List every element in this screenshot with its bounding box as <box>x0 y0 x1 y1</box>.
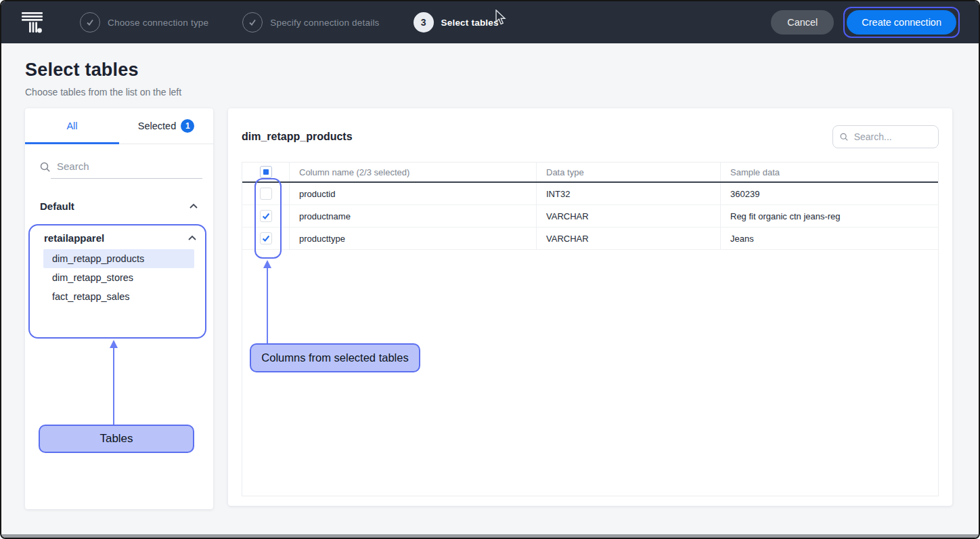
step-done-icon <box>80 12 100 33</box>
column-name-cell: productid <box>290 183 537 204</box>
create-connection-focus-ring: Create connection <box>843 7 960 38</box>
chevron-up-icon <box>189 203 198 209</box>
table-list-item[interactable]: dim_retapp_products <box>43 249 194 268</box>
row-checkbox-cell <box>242 183 290 204</box>
selected-count-badge: 1 <box>181 119 194 133</box>
data-type-cell: VARCHAR <box>537 205 721 227</box>
check-icon <box>261 211 271 221</box>
page-title: Select tables <box>25 60 181 81</box>
chevron-up-icon <box>187 235 197 241</box>
tab-all[interactable]: All <box>25 108 119 144</box>
table-row: productid INT32 360239 <box>242 183 938 205</box>
data-type-header: Data type <box>537 163 721 181</box>
tab-selected[interactable]: Selected 1 <box>119 108 213 144</box>
page-header: Select tables Choose tables from the lis… <box>25 60 181 98</box>
table-name: fact_retapp_sales <box>52 291 129 302</box>
row-checkbox-cell <box>242 205 290 227</box>
table-row: producttype VARCHAR Jeans <box>242 228 938 250</box>
columns-panel: dim_retapp_products Column name (2/3 sel… <box>228 108 952 506</box>
sidebar-tabs: All Selected 1 <box>25 108 213 144</box>
column-name-cell: producttype <box>290 228 537 249</box>
header-checkbox-cell <box>242 163 290 181</box>
thoughtspot-logo-icon <box>20 9 46 36</box>
table-row: productname VARCHAR Reg fit organic ctn … <box>242 205 938 228</box>
table-list-item[interactable]: dim_retapp_stores <box>43 268 194 287</box>
page-subtitle: Choose tables from the list on the left <box>25 87 181 98</box>
step-label: Specify connection details <box>270 18 379 28</box>
step-number: 3 <box>414 12 434 33</box>
step-label: Choose connection type <box>108 18 208 28</box>
data-type-cell: INT32 <box>537 183 721 204</box>
row-checkbox[interactable] <box>260 210 272 222</box>
columns-table-header: Column name (2/3 selected) Data type Sam… <box>242 163 938 183</box>
step-label: Select tables <box>441 18 499 28</box>
sidebar-search <box>40 158 202 179</box>
row-checkbox-cell <box>242 228 290 249</box>
table-list-item[interactable]: fact_retapp_sales <box>43 287 194 306</box>
search-icon <box>840 132 849 142</box>
schema-label: retailapparel <box>44 232 104 244</box>
tables-annotation-arrow <box>107 340 120 425</box>
columns-search-input[interactable] <box>854 131 931 142</box>
column-name-header: Column name (2/3 selected) <box>290 163 537 181</box>
wizard-steps: Choose connection type Specify connectio… <box>80 12 499 33</box>
check-icon <box>261 234 271 243</box>
group-default[interactable]: Default <box>25 194 213 218</box>
data-type-cell: VARCHAR <box>537 228 721 249</box>
bottom-edge-strip <box>1 534 979 538</box>
step-done-icon <box>242 12 263 33</box>
table-name: dim_retapp_stores <box>52 272 133 283</box>
cancel-button[interactable]: Cancel <box>771 10 834 35</box>
columns-annotation-label: Columns from selected tables <box>250 343 420 372</box>
sample-data-cell: Reg fit organic ctn jeans-reg <box>721 205 938 227</box>
columns-search <box>832 125 939 148</box>
tab-all-label: All <box>66 121 77 131</box>
create-connection-button[interactable]: Create connection <box>847 10 956 35</box>
schema-retailapparel[interactable]: retailapparel <box>25 226 213 249</box>
indeterminate-mark <box>263 169 269 175</box>
step-specify-connection-details: Specify connection details <box>242 12 379 33</box>
step-select-tables: 3 Select tables <box>414 12 499 33</box>
group-default-label: Default <box>40 200 74 212</box>
step-choose-connection-type: Choose connection type <box>80 12 208 33</box>
active-tab-indicator <box>25 142 119 144</box>
table-name: dim_retapp_products <box>52 253 144 264</box>
sample-data-cell: Jeans <box>721 228 938 249</box>
sidebar-search-input[interactable] <box>51 158 202 179</box>
columns-table: Column name (2/3 selected) Data type Sam… <box>242 162 939 496</box>
selected-table-title: dim_retapp_products <box>242 131 353 143</box>
tab-selected-label: Selected <box>138 121 176 131</box>
column-name-cell: productname <box>290 205 537 227</box>
row-checkbox[interactable] <box>260 232 272 244</box>
top-navbar: Choose connection type Specify connectio… <box>1 1 979 43</box>
row-checkbox[interactable] <box>260 188 272 200</box>
sample-data-cell: 360239 <box>721 183 938 204</box>
tables-annotation-label: Tables <box>39 425 194 453</box>
tables-sidebar: All Selected 1 Default retailapparel dim… <box>25 108 213 509</box>
search-icon <box>40 162 51 173</box>
sample-data-header: Sample data <box>721 163 938 181</box>
select-all-checkbox[interactable] <box>260 166 272 178</box>
